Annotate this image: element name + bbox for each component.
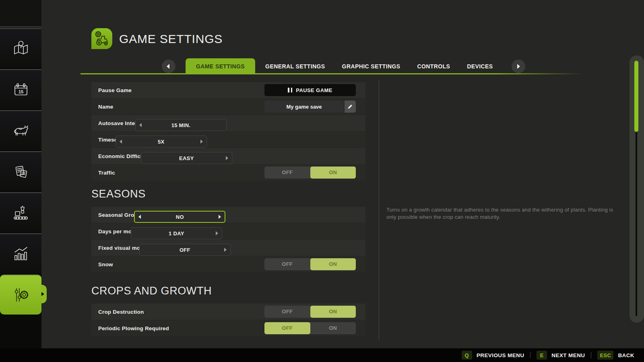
key-badge-q: Q <box>462 351 472 360</box>
increase-arrow-icon[interactable] <box>200 140 203 144</box>
sidebar-item-settings[interactable] <box>0 274 41 315</box>
stepper-value: 1 DAY <box>169 230 184 237</box>
periodic-plowing-toggle: OFF ON <box>264 322 356 334</box>
decrease-arrow-icon[interactable] <box>120 140 122 144</box>
setting-label: Crop Destruction <box>98 309 144 315</box>
fixed-visual-month-stepper[interactable]: OFF <box>139 244 231 256</box>
autosave-interval-stepper[interactable]: 15 MIN. <box>135 119 227 131</box>
setting-row-fixed-visual-month: Fixed visual month OFF <box>91 240 365 256</box>
map-icon <box>12 40 30 58</box>
setting-row-seasonal-growth: Seasonal Growth NO <box>91 207 365 223</box>
toggle-on-option[interactable]: ON <box>310 167 356 179</box>
save-name-input[interactable]: My game save <box>264 101 344 113</box>
save-name-control: My game save <box>264 101 356 113</box>
sidebar-item-calendar[interactable]: 15 <box>0 69 41 109</box>
decrease-arrow-icon[interactable] <box>139 123 142 127</box>
settings-list: Pause Game PAUSE GAME Name My game save … <box>91 82 365 337</box>
setting-row-crop-destruction: Crop Destruction OFF ON <box>91 304 365 320</box>
increase-arrow-icon[interactable] <box>216 231 218 235</box>
tabs-prev-button[interactable] <box>162 60 175 73</box>
toggle-off-option[interactable]: OFF <box>264 322 310 334</box>
page-icon <box>91 28 112 49</box>
contracts-icon <box>12 163 30 181</box>
content-divider <box>379 80 379 340</box>
bottom-hint-bar: Q PREVIOUS MENU E NEXT MENU ESC BACK <box>0 348 644 362</box>
sidebar-item-production[interactable] <box>0 192 41 232</box>
stepper-value: NO <box>176 214 184 220</box>
tab-devices[interactable]: DEVICES <box>467 63 493 70</box>
setting-label: Traffic <box>98 170 115 176</box>
setting-label: Pause Game <box>98 87 132 93</box>
pencil-icon <box>347 104 353 109</box>
sidebar-item-statistics[interactable] <box>0 233 41 274</box>
sidebar: 15 <box>0 0 41 348</box>
setting-row-periodic-plowing-required: Periodic Plowing Required OFF ON <box>91 320 365 336</box>
hint-label: BACK <box>618 352 634 358</box>
hint-previous-menu[interactable]: Q PREVIOUS MENU <box>462 351 524 360</box>
tab-controls[interactable]: CONTROLS <box>417 63 450 70</box>
sidebar-item-animals[interactable] <box>0 110 41 150</box>
calendar-icon: 15 <box>12 81 30 99</box>
tab-underline <box>80 73 584 74</box>
toggle-off-option[interactable]: OFF <box>264 167 310 179</box>
sidebar-active-arrow-icon <box>41 292 44 296</box>
timescale-stepper[interactable]: 5X <box>116 136 207 148</box>
increase-arrow-icon[interactable] <box>219 215 221 219</box>
setting-row-economic-difficulty: Economic Difficulty EASY <box>91 148 365 164</box>
cow-icon <box>12 122 30 140</box>
tab-game-settings[interactable]: GAME SETTINGS <box>186 58 255 74</box>
pause-game-button[interactable]: PAUSE GAME <box>264 84 356 96</box>
section-title-seasons: SEASONS <box>91 187 365 201</box>
snow-toggle: OFF ON <box>264 258 356 270</box>
pause-icon <box>288 88 292 93</box>
chevron-left-icon <box>167 64 169 69</box>
seasonal-growth-stepper[interactable]: NO <box>134 211 225 223</box>
hint-label: PREVIOUS MENU <box>477 352 524 358</box>
stepper-value: 5X <box>158 139 165 145</box>
settings-icon <box>12 286 30 304</box>
sidebar-item-contracts[interactable] <box>0 151 41 191</box>
stepper-value: EASY <box>179 155 194 161</box>
economic-difficulty-stepper[interactable]: EASY <box>141 152 232 164</box>
days-per-month-stepper[interactable]: 1 DAY <box>131 227 222 239</box>
toggle-on-option[interactable]: ON <box>310 306 356 318</box>
hint-back[interactable]: ESC BACK <box>597 351 634 360</box>
setting-row-timescale: Timescale 5X <box>91 132 365 148</box>
setting-label: Periodic Plowing Required <box>98 325 169 331</box>
tab-graphic-settings[interactable]: GRAPHIC SETTINGS <box>342 63 400 70</box>
toggle-on-option[interactable]: ON <box>310 322 356 334</box>
key-badge-e: E <box>537 351 547 360</box>
tab-general-settings[interactable]: GENERAL SETTINGS <box>265 63 325 70</box>
hint-label: NEXT MENU <box>551 352 585 358</box>
tab-bar: GAME SETTINGS GENERAL SETTINGS GRAPHIC S… <box>162 58 525 74</box>
section-title-crops-and-growth: CROPS AND GROWTH <box>91 284 365 298</box>
hint-separator <box>530 352 530 358</box>
tabs-next-button[interactable] <box>512 60 525 73</box>
toggle-off-option[interactable]: OFF <box>264 258 310 270</box>
increase-arrow-icon[interactable] <box>224 248 227 252</box>
increase-arrow-icon[interactable] <box>226 156 228 160</box>
crop-destruction-toggle: OFF ON <box>264 306 356 318</box>
toggle-off-option[interactable]: OFF <box>264 306 310 318</box>
statistics-icon <box>12 245 30 263</box>
page-title: GAME SETTINGS <box>119 32 223 46</box>
hint-separator <box>591 352 591 358</box>
production-icon <box>12 204 30 222</box>
chevron-right-icon <box>517 64 520 69</box>
scrollbar-thumb[interactable] <box>634 61 638 132</box>
tractor-gear-icon <box>93 29 111 48</box>
toggle-on-option[interactable]: ON <box>310 258 356 270</box>
setting-row-autosave-interval: Autosave Interval 15 MIN. <box>91 115 365 131</box>
edit-name-button[interactable] <box>345 101 356 113</box>
setting-row-traffic: Traffic OFF ON <box>91 165 365 181</box>
decrease-arrow-icon[interactable] <box>138 215 141 219</box>
setting-row-pause-game: Pause Game PAUSE GAME <box>91 82 365 98</box>
pause-game-button-label: PAUSE GAME <box>296 87 332 93</box>
setting-row-snow: Snow OFF ON <box>91 256 365 272</box>
setting-row-name: Name My game save <box>91 99 365 115</box>
hint-next-menu[interactable]: E NEXT MENU <box>537 351 585 360</box>
game-settings-screen: 15 <box>0 0 644 362</box>
sidebar-item-map[interactable] <box>0 28 41 68</box>
setting-row-days-per-month: Days per month 1 DAY <box>91 223 365 239</box>
sidebar-top-spacer <box>0 0 41 27</box>
